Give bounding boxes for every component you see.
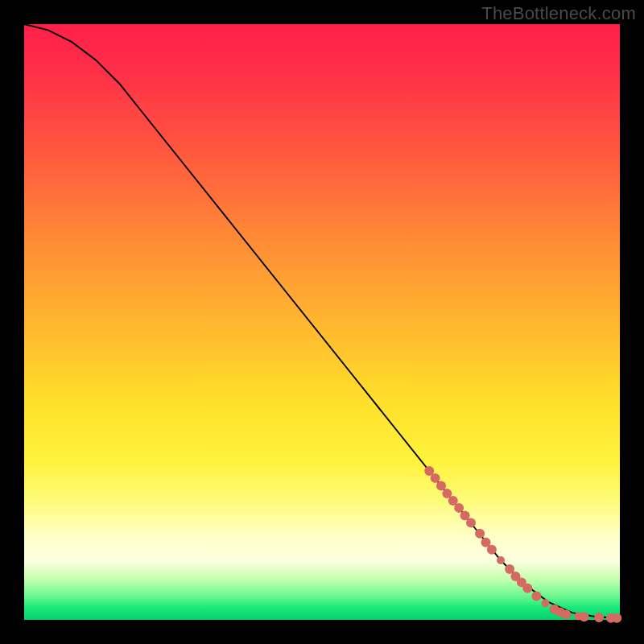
data-point	[594, 613, 604, 622]
data-point	[431, 473, 440, 483]
chart-frame: TheBottleneck.com	[0, 0, 644, 644]
data-point	[475, 529, 485, 539]
watermark-text: TheBottleneck.com	[481, 3, 636, 24]
data-point	[522, 584, 532, 593]
data-point	[454, 503, 464, 513]
data-point	[612, 613, 621, 623]
plot-area	[24, 24, 620, 620]
data-point	[580, 612, 589, 621]
scatter-group	[424, 466, 621, 623]
data-point	[497, 556, 505, 564]
data-point	[487, 545, 497, 555]
data-point	[436, 481, 446, 491]
bottleneck-curve	[24, 24, 620, 618]
data-point	[561, 609, 571, 619]
data-point	[466, 518, 476, 527]
chart-svg	[24, 24, 620, 620]
data-point	[542, 599, 550, 607]
data-point	[531, 591, 541, 601]
